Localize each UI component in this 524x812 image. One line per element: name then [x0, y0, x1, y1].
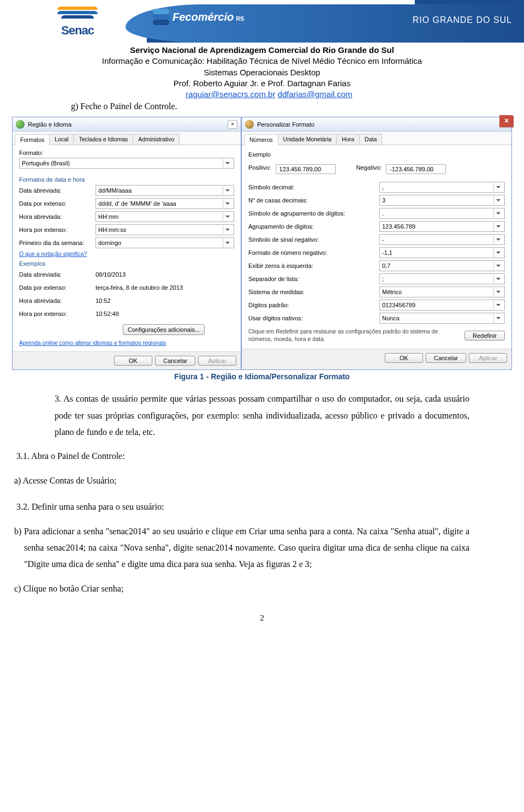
chevron-down-icon — [493, 196, 502, 205]
row-label: Agrupamento de dígitos: — [248, 223, 379, 230]
professors: Prof. Roberto Aguiar Jr. e Prof. Dartagn… — [55, 78, 469, 89]
learn-online-link[interactable]: Aprenda online como alterar idiomas e fo… — [19, 339, 234, 346]
ok-button[interactable]: OK — [114, 356, 152, 366]
ex-value: terça-feira, 8 de outubro de 2013 — [96, 284, 183, 291]
row-select[interactable]: 0123456789 — [379, 300, 505, 311]
ok-button[interactable]: OK — [385, 353, 423, 363]
chevron-down-icon — [223, 212, 231, 221]
example-values: Positivo: 123.456.789,00 Negativo: -123.… — [248, 164, 505, 174]
apply-button[interactable]: Aplicar — [469, 353, 507, 363]
row-select[interactable]: Nunca — [379, 313, 505, 324]
ex-value: 10:52 — [96, 297, 111, 304]
group-examples: Exemplos — [19, 260, 234, 267]
apply-button[interactable]: Aplicar — [198, 356, 236, 366]
chevron-down-icon — [223, 159, 231, 168]
institution-title: Serviço Nacional de Aprendizagem Comerci… — [55, 45, 469, 56]
row-select[interactable]: ; — [379, 273, 505, 284]
row-label: Nº de casas decimais: — [248, 197, 379, 204]
row-label: Símbolo de sinal negativo: — [248, 236, 379, 243]
dialog-title: Personalizar Formato — [257, 121, 508, 128]
tab-moeda[interactable]: Unidade Monetária — [278, 134, 337, 145]
negative-label: Negativo: — [356, 164, 382, 174]
senac-logo: Senac — [57, 7, 98, 38]
cancel-button[interactable]: Cancelar — [155, 356, 195, 366]
row-label: Formato de número negativo: — [248, 249, 379, 256]
reset-note: Clique em Redefinir para restaurar as co… — [248, 328, 458, 343]
group-date-time-formats: Formatos de data e hora — [19, 176, 234, 183]
senac-wordmark: Senac — [57, 23, 98, 38]
row-select[interactable]: Métrico — [379, 286, 505, 297]
additional-settings-button[interactable]: Configurações adicionais... — [123, 324, 205, 335]
section-3-2-c: c) Clique no botão Criar senha; — [24, 581, 469, 597]
notation-link[interactable]: O que a notação significa? — [19, 250, 234, 257]
row-label: Data por extenso: — [19, 200, 96, 207]
email-link-2[interactable]: ddfarias@gmail.com — [278, 89, 353, 99]
figure-1: Região e Idioma × Formatos Local Teclado… — [12, 117, 512, 370]
tab-bar: Números Unidade Monetária Hora Data — [242, 132, 511, 145]
close-icon[interactable]: × — [228, 120, 237, 129]
tab-administrativo[interactable]: Administrativo — [133, 134, 180, 145]
chevron-down-icon — [223, 186, 231, 195]
row-select[interactable]: domingo — [96, 237, 234, 248]
course-title: Sistemas Operacionais Desktop — [55, 67, 469, 78]
row-label: Exibir zeros à esquerda: — [248, 262, 379, 269]
positive-value: 123.456.789,00 — [276, 164, 336, 174]
row-label: Hora por extenso: — [19, 226, 96, 233]
format-label: Formato: — [19, 150, 234, 156]
chevron-down-icon — [493, 274, 502, 283]
chevron-down-icon — [493, 235, 502, 244]
row-select[interactable]: , — [379, 182, 505, 193]
titlebar: Personalizar Formato — [242, 117, 511, 132]
dialog-title: Região e Idioma — [28, 121, 228, 128]
header-banner: RIO GRANDE DO SUL Senac Fecomércio RS — [0, 0, 524, 43]
row-select[interactable]: - — [379, 234, 505, 245]
person-icon — [245, 120, 254, 129]
negative-value: -123.456.789,00 — [386, 164, 446, 174]
tab-teclados[interactable]: Teclados e Idiomas — [73, 134, 133, 145]
row-select[interactable]: 3 — [379, 195, 505, 206]
document-header: Serviço Nacional de Aprendizagem Comerci… — [55, 45, 469, 100]
row-label: Dígitos padrão: — [248, 302, 379, 308]
section-3-2-b: b) Para adicionar a senha "senac2014" ao… — [24, 523, 469, 573]
row-label: Hora abreviada: — [19, 213, 96, 220]
chevron-down-icon — [223, 238, 231, 247]
region-label: RIO GRANDE DO SUL — [413, 15, 512, 25]
row-select[interactable]: 123.456.789 — [379, 221, 505, 232]
section-3-1-title: 3.1. Abra o Painel de Controle: — [16, 448, 469, 464]
row-select[interactable]: HH:mm:ss — [96, 224, 234, 235]
cancel-button[interactable]: Cancelar — [426, 353, 466, 363]
titlebar: Região e Idioma × — [13, 117, 241, 132]
tab-formatos[interactable]: Formatos — [15, 134, 50, 145]
row-select[interactable]: 0,7 — [379, 260, 505, 271]
number-rows: Símbolo decimal:, Nº de casas decimais:3… — [248, 182, 505, 324]
email-link-1[interactable]: raguiar@senacrs.com.br — [186, 89, 275, 99]
format-rows: Data abreviada:dd/MM/aaaa Data por exten… — [19, 185, 234, 248]
example-label: Exemplo — [248, 150, 505, 161]
positive-label: Positivo: — [248, 164, 271, 174]
row-select[interactable]: -1,1 — [379, 247, 505, 258]
item-g: g) Feche o Painel de Controle. — [71, 101, 469, 111]
ex-label: Hora por extenso: — [19, 311, 96, 317]
tab-hora[interactable]: Hora — [336, 134, 360, 145]
chevron-down-icon — [493, 222, 502, 231]
chevron-down-icon — [493, 248, 502, 257]
row-select[interactable]: HH:mm — [96, 211, 234, 222]
format-select[interactable]: Português (Brasil) — [19, 158, 234, 169]
row-select[interactable]: dd/MM/aaaa — [96, 185, 234, 196]
page-number: 2 — [0, 613, 524, 623]
chevron-down-icon — [493, 209, 502, 218]
row-select[interactable]: . — [379, 208, 505, 219]
row-label: Separador de lista: — [248, 276, 379, 282]
row-label: Símbolo decimal: — [248, 184, 379, 190]
tab-local[interactable]: Local — [49, 134, 74, 145]
fecomercio-logo: Fecomércio RS — [153, 9, 244, 25]
customize-format-dialog: × Personalizar Formato Números Unidade M… — [241, 117, 512, 370]
row-label: Sistema de medidas: — [248, 289, 379, 295]
reset-button[interactable]: Redefinir — [465, 331, 505, 341]
close-icon[interactable]: × — [499, 115, 514, 127]
region-language-dialog: Região e Idioma × Formatos Local Teclado… — [12, 117, 241, 370]
tab-numeros[interactable]: Números — [244, 134, 278, 145]
row-select[interactable]: dddd, d' de 'MMMM' de 'aaaa — [96, 198, 234, 209]
tab-data[interactable]: Data — [359, 134, 382, 145]
section-3-1-a: a) Acesse Contas de Usuário; — [24, 473, 469, 489]
